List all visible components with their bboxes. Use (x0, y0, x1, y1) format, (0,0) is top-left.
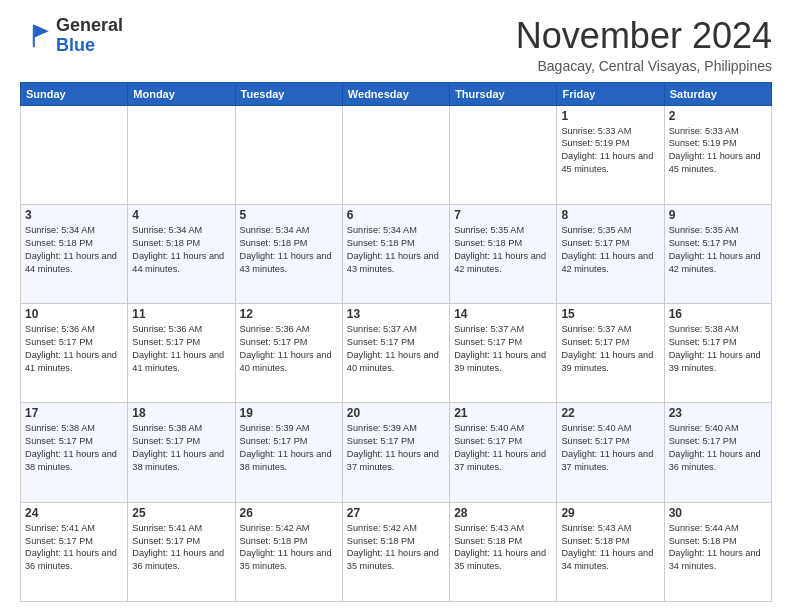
table-row (128, 105, 235, 204)
day-number: 1 (561, 109, 659, 123)
col-saturday: Saturday (664, 82, 771, 105)
day-info: Sunrise: 5:38 AM Sunset: 5:17 PM Dayligh… (132, 422, 230, 474)
table-row: 22Sunrise: 5:40 AM Sunset: 5:17 PM Dayli… (557, 403, 664, 502)
table-row (342, 105, 449, 204)
day-info: Sunrise: 5:37 AM Sunset: 5:17 PM Dayligh… (347, 323, 445, 375)
calendar-week-row: 24Sunrise: 5:41 AM Sunset: 5:17 PM Dayli… (21, 502, 772, 601)
day-number: 3 (25, 208, 123, 222)
table-row (21, 105, 128, 204)
day-info: Sunrise: 5:40 AM Sunset: 5:17 PM Dayligh… (561, 422, 659, 474)
table-row: 4Sunrise: 5:34 AM Sunset: 5:18 PM Daylig… (128, 204, 235, 303)
day-info: Sunrise: 5:34 AM Sunset: 5:18 PM Dayligh… (25, 224, 123, 276)
col-thursday: Thursday (450, 82, 557, 105)
day-info: Sunrise: 5:39 AM Sunset: 5:17 PM Dayligh… (240, 422, 338, 474)
calendar-table: Sunday Monday Tuesday Wednesday Thursday… (20, 82, 772, 602)
col-tuesday: Tuesday (235, 82, 342, 105)
col-friday: Friday (557, 82, 664, 105)
day-info: Sunrise: 5:35 AM Sunset: 5:17 PM Dayligh… (669, 224, 767, 276)
day-info: Sunrise: 5:34 AM Sunset: 5:18 PM Dayligh… (240, 224, 338, 276)
table-row (450, 105, 557, 204)
day-info: Sunrise: 5:34 AM Sunset: 5:18 PM Dayligh… (347, 224, 445, 276)
day-number: 18 (132, 406, 230, 420)
table-row: 27Sunrise: 5:42 AM Sunset: 5:18 PM Dayli… (342, 502, 449, 601)
day-info: Sunrise: 5:34 AM Sunset: 5:18 PM Dayligh… (132, 224, 230, 276)
table-row (235, 105, 342, 204)
day-info: Sunrise: 5:37 AM Sunset: 5:17 PM Dayligh… (454, 323, 552, 375)
table-row: 14Sunrise: 5:37 AM Sunset: 5:17 PM Dayli… (450, 304, 557, 403)
day-number: 5 (240, 208, 338, 222)
day-number: 19 (240, 406, 338, 420)
calendar-week-row: 1Sunrise: 5:33 AM Sunset: 5:19 PM Daylig… (21, 105, 772, 204)
day-info: Sunrise: 5:42 AM Sunset: 5:18 PM Dayligh… (240, 522, 338, 574)
day-number: 11 (132, 307, 230, 321)
day-number: 30 (669, 506, 767, 520)
table-row: 7Sunrise: 5:35 AM Sunset: 5:18 PM Daylig… (450, 204, 557, 303)
day-number: 12 (240, 307, 338, 321)
day-info: Sunrise: 5:35 AM Sunset: 5:17 PM Dayligh… (561, 224, 659, 276)
table-row: 29Sunrise: 5:43 AM Sunset: 5:18 PM Dayli… (557, 502, 664, 601)
table-row: 24Sunrise: 5:41 AM Sunset: 5:17 PM Dayli… (21, 502, 128, 601)
table-row: 1Sunrise: 5:33 AM Sunset: 5:19 PM Daylig… (557, 105, 664, 204)
table-row: 9Sunrise: 5:35 AM Sunset: 5:17 PM Daylig… (664, 204, 771, 303)
title-block: November 2024 Bagacay, Central Visayas, … (516, 16, 772, 74)
day-info: Sunrise: 5:33 AM Sunset: 5:19 PM Dayligh… (669, 125, 767, 177)
table-row: 28Sunrise: 5:43 AM Sunset: 5:18 PM Dayli… (450, 502, 557, 601)
col-monday: Monday (128, 82, 235, 105)
table-row: 15Sunrise: 5:37 AM Sunset: 5:17 PM Dayli… (557, 304, 664, 403)
table-row: 3Sunrise: 5:34 AM Sunset: 5:18 PM Daylig… (21, 204, 128, 303)
day-number: 29 (561, 506, 659, 520)
day-number: 2 (669, 109, 767, 123)
day-info: Sunrise: 5:42 AM Sunset: 5:18 PM Dayligh… (347, 522, 445, 574)
day-number: 23 (669, 406, 767, 420)
calendar-week-row: 3Sunrise: 5:34 AM Sunset: 5:18 PM Daylig… (21, 204, 772, 303)
col-wednesday: Wednesday (342, 82, 449, 105)
table-row: 30Sunrise: 5:44 AM Sunset: 5:18 PM Dayli… (664, 502, 771, 601)
day-info: Sunrise: 5:39 AM Sunset: 5:17 PM Dayligh… (347, 422, 445, 474)
table-row: 13Sunrise: 5:37 AM Sunset: 5:17 PM Dayli… (342, 304, 449, 403)
day-info: Sunrise: 5:40 AM Sunset: 5:17 PM Dayligh… (669, 422, 767, 474)
month-title: November 2024 (516, 16, 772, 56)
day-number: 25 (132, 506, 230, 520)
table-row: 5Sunrise: 5:34 AM Sunset: 5:18 PM Daylig… (235, 204, 342, 303)
day-info: Sunrise: 5:40 AM Sunset: 5:17 PM Dayligh… (454, 422, 552, 474)
day-info: Sunrise: 5:43 AM Sunset: 5:18 PM Dayligh… (561, 522, 659, 574)
table-row: 2Sunrise: 5:33 AM Sunset: 5:19 PM Daylig… (664, 105, 771, 204)
svg-rect-1 (33, 25, 35, 47)
logo-text: General Blue (56, 16, 123, 56)
page: General Blue November 2024 Bagacay, Cent… (0, 0, 792, 612)
table-row: 26Sunrise: 5:42 AM Sunset: 5:18 PM Dayli… (235, 502, 342, 601)
day-number: 15 (561, 307, 659, 321)
day-number: 16 (669, 307, 767, 321)
calendar-week-row: 17Sunrise: 5:38 AM Sunset: 5:17 PM Dayli… (21, 403, 772, 502)
day-number: 27 (347, 506, 445, 520)
day-number: 13 (347, 307, 445, 321)
day-info: Sunrise: 5:36 AM Sunset: 5:17 PM Dayligh… (132, 323, 230, 375)
table-row: 19Sunrise: 5:39 AM Sunset: 5:17 PM Dayli… (235, 403, 342, 502)
location-subtitle: Bagacay, Central Visayas, Philippines (516, 58, 772, 74)
logo-blue-text: Blue (56, 35, 95, 55)
table-row: 23Sunrise: 5:40 AM Sunset: 5:17 PM Dayli… (664, 403, 771, 502)
day-number: 7 (454, 208, 552, 222)
svg-marker-0 (34, 25, 48, 38)
day-number: 28 (454, 506, 552, 520)
day-number: 24 (25, 506, 123, 520)
day-number: 4 (132, 208, 230, 222)
day-number: 10 (25, 307, 123, 321)
day-info: Sunrise: 5:41 AM Sunset: 5:17 PM Dayligh… (25, 522, 123, 574)
day-number: 22 (561, 406, 659, 420)
header: General Blue November 2024 Bagacay, Cent… (20, 16, 772, 74)
day-info: Sunrise: 5:37 AM Sunset: 5:17 PM Dayligh… (561, 323, 659, 375)
table-row: 20Sunrise: 5:39 AM Sunset: 5:17 PM Dayli… (342, 403, 449, 502)
logo-icon (20, 20, 52, 52)
day-info: Sunrise: 5:36 AM Sunset: 5:17 PM Dayligh… (25, 323, 123, 375)
table-row: 6Sunrise: 5:34 AM Sunset: 5:18 PM Daylig… (342, 204, 449, 303)
logo: General Blue (20, 16, 123, 56)
day-number: 8 (561, 208, 659, 222)
day-number: 9 (669, 208, 767, 222)
table-row: 12Sunrise: 5:36 AM Sunset: 5:17 PM Dayli… (235, 304, 342, 403)
day-info: Sunrise: 5:36 AM Sunset: 5:17 PM Dayligh… (240, 323, 338, 375)
day-number: 26 (240, 506, 338, 520)
col-sunday: Sunday (21, 82, 128, 105)
calendar-week-row: 10Sunrise: 5:36 AM Sunset: 5:17 PM Dayli… (21, 304, 772, 403)
day-number: 21 (454, 406, 552, 420)
